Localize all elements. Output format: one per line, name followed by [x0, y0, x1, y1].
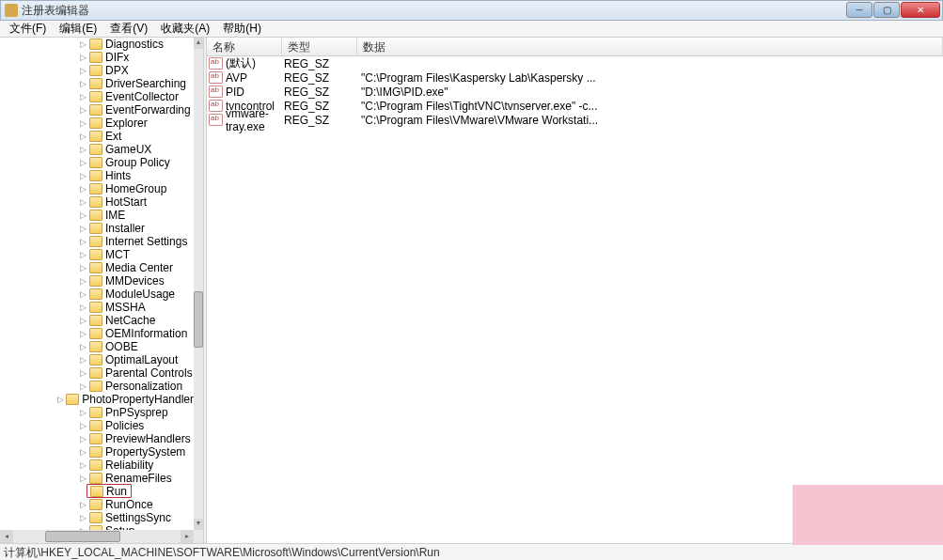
expand-icon[interactable]: ▷: [79, 80, 87, 88]
tree-node-reliability[interactable]: ▷Reliability: [0, 459, 194, 472]
tree-node-dpx[interactable]: ▷DPX: [0, 64, 194, 77]
tree-node-ime[interactable]: ▷IME: [0, 209, 194, 222]
expand-icon[interactable]: ▷: [79, 382, 87, 391]
tree-node-diagnostics[interactable]: ▷Diagnostics: [0, 38, 194, 51]
minimize-button[interactable]: ─: [846, 2, 872, 18]
scroll-left-arrow[interactable]: ◂: [0, 530, 13, 543]
tree-node-group-policy[interactable]: ▷Group Policy: [0, 156, 194, 169]
tree-node-internet-settings[interactable]: ▷Internet Settings: [0, 235, 194, 248]
expand-icon[interactable]: ▷: [79, 514, 87, 522]
tree-node-policies[interactable]: ▷Policies: [0, 419, 194, 432]
expand-icon[interactable]: ▷: [79, 303, 87, 312]
scroll-down-arrow[interactable]: ▾: [194, 519, 203, 530]
expand-icon[interactable]: ▷: [79, 290, 87, 299]
tree-node-eventforwarding[interactable]: ▷EventForwarding: [0, 103, 194, 117]
tree-horizontal-scrollbar[interactable]: ◂ ▸: [0, 530, 194, 543]
expand-icon[interactable]: ▷: [79, 172, 87, 180]
expand-icon[interactable]: ▷: [79, 435, 87, 443]
tree-node-oeminformation[interactable]: ▷OEMInformation: [0, 327, 194, 340]
tree-node-previewhandlers[interactable]: ▷PreviewHandlers: [0, 432, 194, 445]
expand-icon[interactable]: ▷: [79, 211, 87, 220]
scroll-up-arrow[interactable]: ▴: [194, 38, 203, 49]
value-row[interactable]: (默认)REG_SZ: [207, 56, 943, 70]
tree-node-moduleusage[interactable]: ▷ModuleUsage: [0, 288, 194, 301]
expand-icon[interactable]: ▷: [79, 356, 87, 365]
expand-icon[interactable]: ▷: [79, 448, 87, 457]
menu-view[interactable]: 查看(V): [104, 20, 153, 38]
tree-node-mmdevices[interactable]: ▷MMDevices: [0, 274, 194, 288]
expand-icon[interactable]: ▷: [79, 330, 87, 338]
tree-node-hints[interactable]: ▷Hints: [0, 169, 194, 182]
value-row[interactable]: AVPREG_SZ"C:\Program Files\Kaspersky Lab…: [207, 70, 943, 85]
folder-icon: [90, 486, 103, 497]
menu-help[interactable]: 帮助(H): [217, 20, 267, 38]
tree-node-gameux[interactable]: ▷GameUX: [0, 143, 194, 156]
header-name[interactable]: 名称: [207, 38, 282, 55]
tree-node-ext[interactable]: ▷Ext: [0, 130, 194, 143]
tree-node-eventcollector[interactable]: ▷EventCollector: [0, 90, 194, 103]
expand-icon[interactable]: ▷: [79, 119, 87, 128]
tree-node-pnpsysprep[interactable]: ▷PnPSysprep: [0, 406, 194, 419]
expand-icon[interactable]: ▷: [79, 185, 87, 194]
expand-icon[interactable]: ▷: [79, 264, 87, 272]
tree-node-hotstart[interactable]: ▷HotStart: [0, 195, 194, 209]
expand-icon[interactable]: ▷: [79, 238, 87, 246]
expand-icon[interactable]: ▷: [79, 93, 87, 101]
expand-icon[interactable]: ▷: [79, 501, 87, 509]
expand-icon[interactable]: ▷: [79, 225, 87, 233]
expand-icon[interactable]: ▷: [79, 132, 87, 141]
expand-icon[interactable]: ▷: [79, 198, 87, 207]
horizontal-scroll-thumb[interactable]: [45, 531, 120, 542]
expand-icon[interactable]: ▷: [79, 159, 87, 167]
tree-node-optimallayout[interactable]: ▷OptimalLayout: [0, 353, 194, 366]
menu-edit[interactable]: 编辑(E): [54, 20, 102, 38]
tree-node-oobe[interactable]: ▷OOBE: [0, 340, 194, 353]
tree-node-explorer[interactable]: ▷Explorer: [0, 117, 194, 130]
expand-icon[interactable]: ▷: [79, 106, 87, 115]
tree-node-settingssync[interactable]: ▷SettingsSync: [0, 511, 194, 524]
tree-node-photopropertyhandler[interactable]: ▷PhotoPropertyHandler: [0, 393, 194, 406]
tree-node-run[interactable]: Run: [0, 485, 194, 498]
header-type[interactable]: 类型: [282, 38, 357, 55]
expand-icon[interactable]: ▷: [79, 422, 87, 430]
value-row[interactable]: PIDREG_SZ"D:\IMG\PID.exe": [207, 85, 943, 99]
expand-icon[interactable]: ▷: [79, 461, 87, 470]
tree-node-installer[interactable]: ▷Installer: [0, 222, 194, 235]
value-list[interactable]: (默认)REG_SZAVPREG_SZ"C:\Program Files\Kas…: [207, 56, 943, 127]
tree-node-personalization[interactable]: ▷Personalization: [0, 380, 194, 393]
menu-file[interactable]: 文件(F): [4, 20, 52, 38]
tree-node-difx[interactable]: ▷DIFx: [0, 51, 194, 64]
menu-favorites[interactable]: 收藏夹(A): [155, 20, 215, 38]
vertical-scroll-thumb[interactable]: [194, 291, 203, 348]
tree-node-runonce[interactable]: ▷RunOnce: [0, 498, 194, 511]
expand-icon[interactable]: ▷: [79, 474, 87, 483]
tree-node-propertysystem[interactable]: ▷PropertySystem: [0, 445, 194, 459]
value-row[interactable]: vmware-tray.exeREG_SZ"C:\Program Files\V…: [207, 113, 943, 127]
header-data[interactable]: 数据: [357, 38, 943, 55]
expand-icon[interactable]: ▷: [79, 54, 87, 62]
tree-vertical-scrollbar[interactable]: ▴ ▾: [194, 38, 203, 530]
expand-icon[interactable]: ▷: [79, 146, 87, 154]
tree-node-homegroup[interactable]: ▷HomeGroup: [0, 182, 194, 195]
tree-node-media-center[interactable]: ▷Media Center: [0, 261, 194, 274]
tree-node-driversearching[interactable]: ▷DriverSearching: [0, 77, 194, 90]
tree-node-netcache[interactable]: ▷NetCache: [0, 314, 194, 327]
expand-icon[interactable]: ▷: [79, 67, 87, 75]
expand-icon[interactable]: ▷: [79, 251, 87, 259]
close-button[interactable]: ✕: [901, 2, 940, 18]
tree-node-mct[interactable]: ▷MCT: [0, 248, 194, 261]
maximize-button[interactable]: ▢: [873, 2, 900, 18]
tree-node-parental-controls[interactable]: ▷Parental Controls: [0, 366, 194, 380]
scroll-right-arrow[interactable]: ▸: [181, 530, 194, 543]
expand-icon[interactable]: ▷: [79, 40, 87, 49]
expand-icon[interactable]: ▷: [79, 277, 87, 286]
expand-icon[interactable]: ▷: [79, 409, 87, 417]
expand-icon[interactable]: ▷: [79, 343, 87, 351]
registry-tree[interactable]: ▷Diagnostics▷DIFx▷DPX▷DriverSearching▷Ev…: [0, 38, 194, 530]
expand-icon[interactable]: ▷: [57, 396, 64, 404]
tree-node-renamefiles[interactable]: ▷RenameFiles: [0, 472, 194, 485]
expand-icon[interactable]: ▷: [79, 317, 87, 325]
tree-node-mssha[interactable]: ▷MSSHA: [0, 301, 194, 314]
expand-icon[interactable]: ▷: [79, 369, 87, 378]
value-row[interactable]: tvncontrolREG_SZ"C:\Program Files\TightV…: [207, 99, 943, 113]
